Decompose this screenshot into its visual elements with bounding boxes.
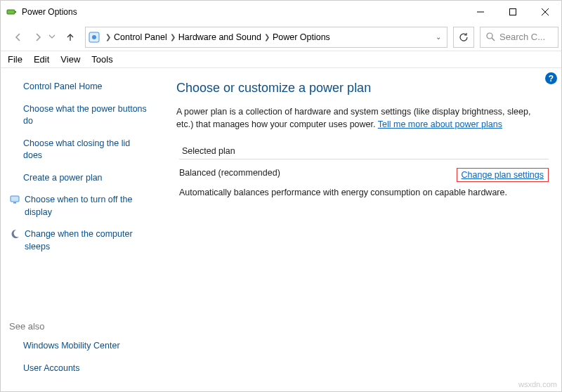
back-button[interactable] bbox=[9, 28, 27, 46]
breadcrumb[interactable]: ❯ Control Panel ❯ Hardware and Sound ❯ P… bbox=[85, 27, 447, 48]
recent-locations-button[interactable] bbox=[48, 32, 60, 42]
chevron-right-icon: ❯ bbox=[170, 33, 176, 41]
page-heading: Choose or customize a power plan bbox=[176, 81, 549, 96]
selected-plan-label: Selected plan bbox=[179, 143, 549, 159]
plan-description: Automatically balances performance with … bbox=[179, 188, 549, 197]
maximize-button[interactable] bbox=[497, 1, 529, 23]
sidebar-link-mobility-center[interactable]: Windows Mobility Center bbox=[23, 340, 151, 353]
chevron-right-icon: ❯ bbox=[264, 33, 270, 41]
search-icon bbox=[486, 32, 495, 41]
control-panel-icon bbox=[89, 32, 100, 43]
sidebar: Control Panel Home Choose what the power… bbox=[1, 68, 161, 391]
svg-rect-0 bbox=[7, 10, 15, 14]
change-plan-settings-link[interactable]: Change plan settings bbox=[457, 168, 549, 182]
content: Control Panel Home Choose what the power… bbox=[1, 68, 561, 391]
svg-line-10 bbox=[492, 38, 495, 41]
up-button[interactable] bbox=[61, 28, 79, 46]
menu-tools[interactable]: Tools bbox=[91, 54, 112, 65]
watermark: wsxdn.com bbox=[518, 380, 557, 388]
chevron-down-icon[interactable]: ⌄ bbox=[433, 33, 444, 41]
sidebar-link-user-accounts[interactable]: User Accounts bbox=[23, 362, 151, 375]
sidebar-link-closing-lid[interactable]: Choose what closing the lid does bbox=[23, 138, 151, 162]
chevron-right-icon: ❯ bbox=[105, 33, 111, 41]
menu-view[interactable]: View bbox=[60, 54, 80, 65]
refresh-button[interactable] bbox=[453, 27, 474, 48]
breadcrumb-seg-power-options[interactable]: Power Options bbox=[273, 32, 330, 42]
see-also-label: See also bbox=[9, 321, 151, 332]
svg-rect-11 bbox=[11, 196, 19, 202]
help-button[interactable]: ? bbox=[545, 72, 557, 84]
svg-rect-1 bbox=[15, 11, 16, 13]
breadcrumb-seg-control-panel[interactable]: Control Panel bbox=[114, 32, 167, 42]
window-title: Power Options bbox=[22, 7, 464, 17]
window-controls bbox=[464, 1, 561, 23]
svg-point-8 bbox=[92, 35, 96, 39]
see-also-section: See also Windows Mobility Center User Ac… bbox=[9, 321, 151, 384]
svg-rect-12 bbox=[13, 202, 16, 204]
tell-me-more-link[interactable]: Tell me more about power plans bbox=[378, 119, 502, 129]
sidebar-link-turn-off-display[interactable]: Choose when to turn off the display bbox=[23, 194, 151, 218]
intro-text: A power plan is a collection of hardware… bbox=[176, 105, 549, 131]
moon-icon bbox=[9, 228, 20, 240]
main-panel: Choose or customize a power plan A power… bbox=[161, 68, 561, 391]
svg-rect-3 bbox=[510, 9, 516, 15]
close-button[interactable] bbox=[529, 1, 561, 23]
breadcrumb-seg-hardware-sound[interactable]: Hardware and Sound bbox=[178, 32, 261, 42]
sidebar-link-home[interactable]: Control Panel Home bbox=[23, 81, 151, 93]
minimize-button[interactable] bbox=[464, 1, 497, 23]
menubar: File Edit View Tools ? bbox=[1, 51, 561, 68]
sidebar-link-change-sleep[interactable]: Change when the computer sleeps bbox=[23, 228, 151, 253]
svg-point-9 bbox=[487, 33, 492, 39]
plan-name: Balanced (recommended) bbox=[179, 168, 280, 178]
titlebar: Power Options bbox=[1, 1, 561, 23]
menu-edit[interactable]: Edit bbox=[34, 54, 49, 65]
forward-button[interactable] bbox=[29, 28, 47, 46]
monitor-icon bbox=[9, 194, 20, 205]
search-input[interactable]: Search C... bbox=[480, 27, 558, 48]
toolbar: ❯ Control Panel ❯ Hardware and Sound ❯ P… bbox=[1, 23, 561, 51]
plan-row: Balanced (recommended) Change plan setti… bbox=[179, 168, 549, 182]
battery-icon bbox=[6, 6, 18, 18]
sidebar-link-create-plan[interactable]: Create a power plan bbox=[23, 172, 151, 185]
menu-file[interactable]: File bbox=[8, 54, 22, 65]
search-placeholder: Search C... bbox=[499, 32, 545, 42]
sidebar-link-power-buttons[interactable]: Choose what the power buttons do bbox=[23, 103, 151, 128]
